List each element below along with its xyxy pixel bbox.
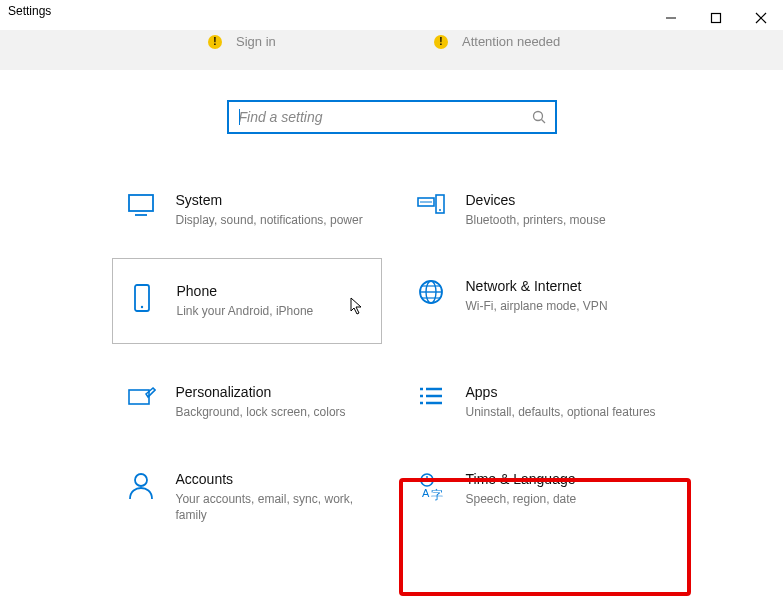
status-sign-in[interactable]: ! Sign in [208,34,276,49]
maximize-button[interactable] [693,4,738,32]
svg-text:A: A [422,487,430,499]
warning-icon: ! [208,35,222,49]
svg-point-10 [439,209,441,211]
accounts-icon [124,471,158,501]
tile-title: Apps [466,384,660,400]
status-attention-label: Attention needed [462,34,560,49]
tile-network[interactable]: Network & Internet Wi-Fi, airplane mode,… [402,268,672,344]
svg-point-26 [135,474,147,486]
tile-title: System [176,192,370,208]
tile-system[interactable]: System Display, sound, notifications, po… [112,182,382,238]
tile-desc: Display, sound, notifications, power [176,212,370,228]
time-language-icon: A字 [414,471,448,501]
text-caret [239,109,240,125]
close-button[interactable] [738,4,783,32]
tile-desc: Uninstall, defaults, optional features [466,404,660,420]
tile-desc: Wi-Fi, airplane mode, VPN [466,298,660,314]
svg-point-13 [140,306,142,308]
status-attention[interactable]: ! Attention needed [434,34,560,49]
tile-title: Accounts [176,471,370,487]
tile-desc: Background, lock screen, colors [176,404,370,420]
tile-personalization[interactable]: Personalization Background, lock screen,… [112,374,382,430]
svg-point-4 [533,112,542,121]
search-input[interactable] [237,108,531,126]
minimize-button[interactable] [648,4,693,32]
search-icon [531,109,547,125]
search-box[interactable] [227,100,557,134]
tile-time-language[interactable]: A字 Time & Language Speech, region, date [402,461,672,533]
settings-grid: System Display, sound, notifications, po… [112,182,672,533]
titlebar: Settings [0,0,783,30]
system-icon [124,192,158,218]
tile-phone[interactable]: Phone Link your Android, iPhone [112,258,382,344]
tile-title: Devices [466,192,660,208]
header-band: ! Sign in ! Attention needed [0,30,783,70]
svg-text:字: 字 [431,488,443,501]
apps-icon [414,384,448,408]
personalization-icon [124,384,158,410]
svg-line-5 [541,120,545,124]
window-title: Settings [8,4,51,18]
tile-apps[interactable]: Apps Uninstall, defaults, optional featu… [402,374,672,430]
window-controls [648,4,783,32]
tile-title: Personalization [176,384,370,400]
tile-desc: Your accounts, email, sync, work, family [176,491,370,523]
globe-icon [414,278,448,306]
devices-icon [414,192,448,218]
tile-title: Time & Language [466,471,660,487]
tile-devices[interactable]: Devices Bluetooth, printers, mouse [402,182,672,238]
phone-icon [125,283,159,315]
status-sign-in-label: Sign in [236,34,276,49]
tile-accounts[interactable]: Accounts Your accounts, email, sync, wor… [112,461,382,533]
tile-title: Network & Internet [466,278,660,294]
svg-rect-19 [129,390,149,404]
tile-desc: Link your Android, iPhone [177,303,369,319]
tile-desc: Speech, region, date [466,491,660,507]
tile-title: Phone [177,283,369,299]
svg-rect-6 [129,195,153,211]
warning-icon: ! [434,35,448,49]
svg-rect-1 [711,14,720,23]
tile-desc: Bluetooth, printers, mouse [466,212,660,228]
